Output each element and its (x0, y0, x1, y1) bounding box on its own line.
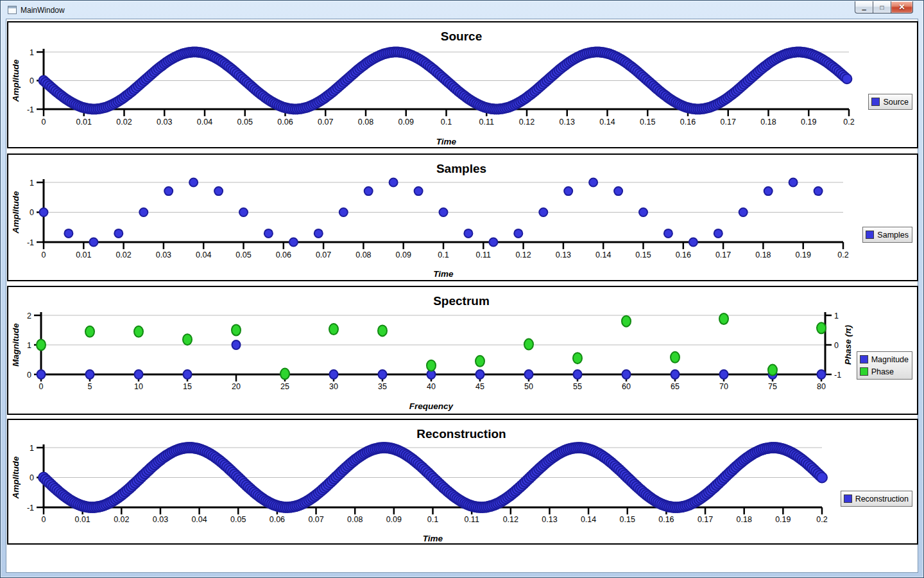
x-tick-label: 0.17 (721, 118, 736, 127)
reconstruction-swatch-icon (844, 495, 852, 503)
x-tick-label: 0.16 (658, 515, 674, 524)
close-icon: ✕ (898, 3, 905, 11)
x-tick-label: 0.14 (599, 118, 615, 127)
chart-samples: Samples10-100.010.020.030.040.050.060.07… (8, 155, 917, 280)
legend-label: Source (883, 98, 909, 107)
y-tick-label: 1 (30, 179, 34, 188)
chart-title: Spectrum (433, 294, 490, 308)
y-axis-label: Amplitude (11, 59, 21, 102)
x-tick-label: 0.2 (837, 250, 848, 259)
minimize-icon: – (862, 5, 866, 13)
y-tick-label: 1 (27, 341, 31, 350)
x-tick-label: 50 (524, 382, 533, 391)
x-axis-label: Frequency (409, 401, 454, 411)
legend-reconstruction: Reconstruction (841, 491, 912, 507)
y-tick-label-right: 0 (834, 341, 839, 350)
x-tick-label: 0.13 (560, 118, 575, 127)
x-tick-label: 65 (671, 382, 680, 391)
legend-item: Reconstruction (844, 493, 909, 505)
x-tick-label: 55 (573, 382, 582, 391)
x-tick-label: 0.05 (230, 515, 246, 524)
chart-source: Source10-100.010.020.030.040.050.060.070… (8, 22, 917, 147)
source-swatch-icon (871, 98, 880, 106)
window-title: MainWindow (21, 6, 65, 15)
x-tick-label: 0.15 (635, 250, 651, 259)
x-tick-label: 0.05 (235, 250, 251, 259)
chart-title: Reconstruction (416, 427, 506, 441)
legend-label: Reconstruction (855, 495, 909, 504)
chart-spectrum: Spectrum21005101520253035404550556065707… (8, 287, 917, 414)
title-bar[interactable]: MainWindow – □ ✕ (1, 1, 923, 19)
y-axis-label: Amplitude (11, 456, 21, 499)
x-tick-label: 0.08 (355, 250, 371, 259)
chart-panel-spectrum: Spectrum21005101520253035404550556065707… (7, 286, 918, 415)
x-tick-label: 0.18 (755, 250, 771, 259)
legend-item: Magnitude (860, 353, 909, 365)
x-tick-label: 10 (134, 382, 143, 391)
x-tick-label: 0.03 (156, 250, 171, 259)
samples-swatch-icon (866, 231, 874, 239)
x-tick-label: 40 (427, 382, 436, 391)
x-tick-label: 0.04 (197, 118, 212, 127)
x-tick-label: 0 (42, 118, 46, 127)
y-tick-label: 0 (30, 473, 34, 482)
phase-swatch-icon (860, 367, 868, 376)
x-tick-label: 0.01 (76, 118, 92, 127)
y-axis-label-right: Phase (π) (843, 324, 853, 365)
x-tick-label: 20 (232, 382, 241, 391)
maximize-button[interactable]: □ (873, 1, 891, 13)
chart-panel-samples: Samples10-100.010.020.030.040.050.060.07… (7, 153, 918, 281)
legend-item: Samples (866, 229, 909, 241)
x-tick-label: 0.06 (276, 250, 291, 259)
x-tick-label: 0.03 (157, 118, 172, 127)
x-tick-label: 0.2 (843, 118, 854, 127)
x-tick-label: 0.02 (114, 515, 129, 524)
y-tick-label: -1 (27, 105, 34, 114)
x-tick-label: 25 (280, 382, 289, 391)
x-axis-label: Time (433, 269, 454, 279)
chart-title: Samples (436, 162, 486, 175)
x-tick-label: 0.03 (153, 515, 168, 524)
x-tick-label: 0.02 (116, 250, 131, 259)
close-button[interactable]: ✕ (891, 1, 913, 13)
legend-item: Source (871, 96, 909, 108)
x-tick-label: 0.1 (438, 250, 449, 259)
x-tick-label: 0.12 (503, 515, 518, 524)
x-tick-label: 15 (183, 382, 192, 391)
x-tick-label: 0.2 (816, 515, 827, 524)
main-window: MainWindow – □ ✕ Source10-100.010.020.03… (0, 0, 924, 578)
x-tick-label: 75 (768, 382, 777, 391)
x-tick-label: 0.01 (74, 515, 90, 524)
x-tick-label: 0.07 (316, 250, 331, 259)
x-tick-label: 0.08 (358, 118, 373, 127)
maximize-icon: □ (880, 4, 884, 11)
y-axis-label: Magnitude (11, 323, 21, 367)
x-tick-label: 0.13 (542, 515, 557, 524)
x-tick-label: 0.12 (515, 250, 531, 259)
x-tick-label: 0.19 (796, 250, 811, 259)
x-tick-label: 0.09 (396, 250, 411, 259)
x-tick-label: 5 (88, 382, 92, 391)
app-icon (8, 6, 17, 14)
legend-label: Samples (877, 231, 909, 240)
y-axis-label: Amplitude (11, 191, 21, 234)
x-axis-label: Time (423, 534, 443, 543)
x-tick-label: 0.05 (237, 118, 253, 127)
legend-label: Phase (871, 367, 894, 376)
chart-panel-source: Source10-100.010.020.030.040.050.060.070… (7, 21, 918, 148)
x-tick-label: 0.01 (76, 250, 91, 259)
chart-reconstruction: Reconstruction10-100.010.020.030.040.050… (8, 420, 917, 543)
caption-buttons: – □ ✕ (855, 1, 913, 13)
x-tick-label: 0.11 (479, 118, 494, 127)
x-tick-label: 0.06 (270, 515, 285, 524)
legend-label: Magnitude (871, 355, 909, 364)
legend-source: Source (868, 94, 912, 110)
x-tick-label: 0.17 (697, 515, 713, 524)
minimize-button[interactable]: – (855, 1, 873, 13)
x-tick-label: 80 (817, 382, 826, 391)
x-tick-label: 0.17 (715, 250, 731, 259)
x-tick-label: 0.04 (191, 515, 207, 524)
y-tick-label: 0 (27, 371, 31, 380)
y-tick-label-right: -1 (834, 371, 841, 380)
legend-item: Phase (860, 365, 909, 378)
